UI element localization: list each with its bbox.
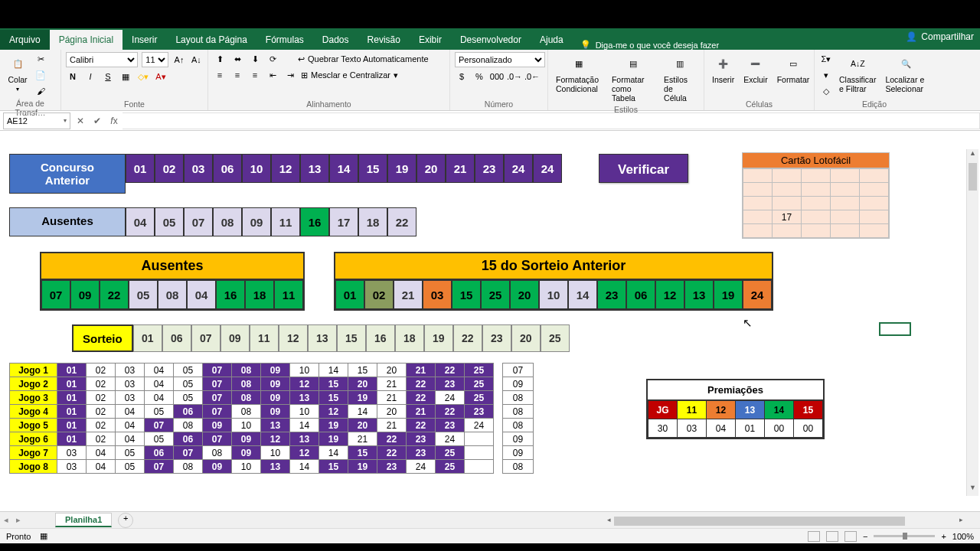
align-right-icon[interactable]: ≡ [248, 68, 262, 82]
zoom-level[interactable]: 100% [952, 532, 974, 541]
bold-button[interactable]: N [66, 70, 80, 83]
dec-decimal-icon[interactable]: .0← [525, 70, 539, 83]
formula-bar: AE12▾ ✕ ✔ fx [0, 111, 980, 131]
tab-formulas[interactable]: Fórmulas [256, 30, 313, 50]
sheet-tab-planilha1[interactable]: Planilha1 [55, 513, 112, 527]
indent-dec-icon[interactable]: ⇤ [266, 68, 279, 82]
sheet-nav-next[interactable]: ▸ [12, 515, 24, 525]
tab-dados[interactable]: Dados [313, 30, 358, 50]
format-cells-button[interactable]: ▭Formatar [774, 52, 813, 86]
tab-arquivo[interactable]: Arquivo [0, 30, 50, 50]
align-center-icon[interactable]: ≡ [230, 68, 244, 82]
align-middle-icon[interactable]: ⬌ [230, 52, 244, 66]
tab-layout[interactable]: Layout da Página [166, 30, 256, 50]
formula-input[interactable] [122, 112, 980, 129]
scroll-up-icon[interactable]: ▲ [967, 149, 978, 161]
quinze-box-num: 03 [423, 280, 452, 309]
horizontal-scrollbar[interactable]: ◂ ▸ [603, 516, 966, 527]
underline-button[interactable]: S [101, 70, 115, 83]
tab-inserir[interactable]: Inserir [122, 30, 166, 50]
font-size-combo[interactable]: 11 [142, 52, 168, 67]
border-button[interactable]: ▦ [119, 70, 132, 83]
currency-icon[interactable]: $ [455, 70, 469, 83]
copy-icon[interactable]: 📄 [34, 68, 47, 82]
zoom-slider[interactable] [874, 535, 935, 537]
format-painter-icon[interactable]: 🖌 [34, 84, 47, 98]
tell-me[interactable]: 💡Diga-me o que você deseja fazer [580, 40, 719, 50]
align-top-icon[interactable]: ⬆ [213, 52, 227, 66]
scroll-down-icon[interactable]: ▼ [967, 484, 978, 496]
ausentes-num: 22 [387, 207, 416, 236]
fill-color-button[interactable]: ◇▾ [136, 70, 150, 83]
verificar-button[interactable]: Verificar [599, 154, 688, 183]
name-box[interactable]: AE12▾ [3, 112, 70, 129]
jogo-num [465, 432, 494, 446]
scroll-right-icon[interactable]: ▸ [956, 516, 966, 527]
decrease-font-icon[interactable]: A↓ [190, 53, 203, 67]
increase-font-icon[interactable]: A↑ [172, 53, 185, 67]
jogo-num: 15 [319, 391, 348, 405]
concurso-num: 19 [387, 154, 416, 183]
indent-inc-icon[interactable]: ⇥ [283, 68, 297, 82]
jogo-num: 25 [465, 364, 494, 377]
percent-icon[interactable]: % [472, 70, 486, 83]
vertical-scrollbar[interactable]: ▲ ▼ [966, 149, 978, 496]
zoom-out-button[interactable]: − [863, 532, 867, 541]
italic-button[interactable]: I [83, 70, 97, 83]
jogo-num: 23 [436, 377, 465, 391]
scroll-left-icon[interactable]: ◂ [603, 516, 614, 527]
font-color-button[interactable]: A▾ [154, 70, 168, 83]
view-normal-icon[interactable] [808, 531, 820, 542]
zoom-in-button[interactable]: + [941, 532, 946, 541]
delete-cells-button[interactable]: ➖Excluir [740, 52, 771, 86]
fill-icon[interactable]: ▾ [819, 68, 833, 82]
align-bottom-icon[interactable]: ⬇ [248, 52, 262, 66]
jogo-label: Jogo 2 [10, 377, 57, 391]
view-pagelayout-icon[interactable] [826, 531, 838, 542]
tab-ajuda[interactable]: Ajuda [531, 30, 573, 50]
enter-formula-icon[interactable]: ✔ [89, 112, 106, 129]
format-table-button[interactable]: ▤Formatar como Tabela [609, 52, 658, 104]
align-left-icon[interactable]: ≡ [213, 68, 227, 82]
worksheet-area[interactable]: Concurso Anterior01020306101213141519202… [0, 149, 980, 496]
cond-format-button[interactable]: ▦Formatação Condicional [553, 52, 606, 95]
macro-rec-icon[interactable]: ▦ [40, 531, 47, 541]
merge-center-button[interactable]: ⊞Mesclar e Centralizar ▾ [301, 70, 398, 80]
jogo-num: 14 [290, 419, 319, 432]
quinze-box-num: 02 [364, 280, 394, 309]
ausentes-box-num: 05 [129, 280, 158, 309]
jogo-num: 20 [348, 377, 377, 391]
tab-revisao[interactable]: Revisão [358, 30, 410, 50]
tab-pagina-inicial[interactable]: Página Inicial [50, 30, 122, 50]
orientation-icon[interactable]: ⟳ [266, 52, 279, 66]
paste-button[interactable]: 📋Colar▾ [5, 52, 31, 94]
number-format-combo[interactable]: Personalizado [455, 52, 545, 67]
sort-filter-button[interactable]: A↓ZClassificar e Filtrar [836, 52, 879, 95]
jogo-hits: 09 [503, 377, 534, 391]
cell-styles-button[interactable]: ▥Estilos de Célula [661, 52, 699, 104]
autosum-icon[interactable]: Σ▾ [819, 52, 833, 66]
tab-desenvolvedor[interactable]: Desenvolvedor [451, 30, 531, 50]
insert-cells-button[interactable]: ➕Inserir [709, 52, 737, 86]
scroll-thumb[interactable] [969, 163, 977, 191]
view-pagebreak-icon[interactable] [844, 531, 857, 542]
ribbon: 📋Colar▾ ✂ 📄 🖌 Área de Transf… Calibri 11… [0, 50, 980, 111]
jogo-num: 06 [145, 446, 174, 460]
font-name-combo[interactable]: Calibri [66, 52, 138, 67]
clear-icon[interactable]: ◇ [819, 84, 833, 98]
thousands-icon[interactable]: 000 [490, 70, 504, 83]
sheet-nav-prev[interactable]: ◂ [0, 515, 12, 525]
concurso-num: 21 [446, 154, 475, 183]
cut-icon[interactable]: ✂ [34, 52, 47, 66]
find-select-button[interactable]: 🔍Localizar e Selecionar [882, 52, 929, 95]
cancel-formula-icon[interactable]: ✕ [72, 112, 89, 129]
fx-icon[interactable]: fx [106, 112, 122, 129]
jogo-num: 09 [232, 432, 261, 446]
wrap-text-button[interactable]: ↩Quebrar Texto Automaticamente [298, 54, 429, 64]
add-sheet-button[interactable]: + [118, 513, 133, 528]
share-button[interactable]: 👤Compartilhar [906, 31, 974, 42]
inc-decimal-icon[interactable]: .0→ [508, 70, 521, 83]
tab-exibir[interactable]: Exibir [410, 30, 451, 50]
hscroll-thumb[interactable] [614, 517, 905, 526]
jogo-num: 07 [203, 364, 232, 377]
